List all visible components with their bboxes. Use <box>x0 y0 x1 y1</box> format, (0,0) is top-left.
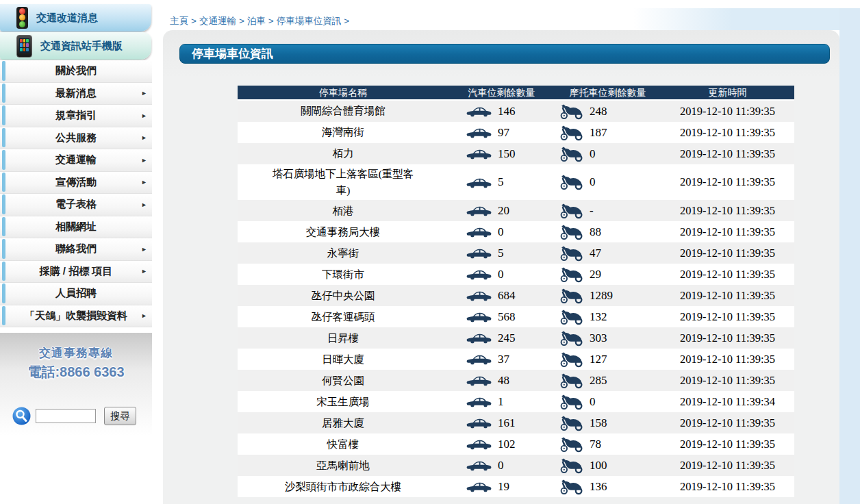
parking-name: 塔石廣場地下上落客區(重型客車) <box>238 164 448 200</box>
search-button[interactable]: 搜尋 <box>104 407 136 425</box>
header-update-time: 更新時間 <box>661 86 794 99</box>
sidebar-menu-item[interactable]: 公共服務 ► <box>0 127 152 150</box>
motorcycle-icon <box>560 457 583 474</box>
update-time: 2019-12-10 11:39:35 <box>661 455 794 476</box>
update-time: 2019-12-10 11:39:35 <box>661 122 794 143</box>
car-spaces-value: 146 <box>498 105 516 118</box>
table-row: 沙梨頭街市市政綜合大樓 19 136 2019-12-10 11:39:3 <box>238 476 794 497</box>
parking-name: 亞馬喇前地 <box>238 455 448 476</box>
moto-spaces-value: 29 <box>590 268 601 281</box>
car-icon <box>466 148 492 160</box>
sidebar-menu-item[interactable]: 「天鴿」吹襲損毀資料 ► <box>0 305 152 328</box>
breadcrumb-separator: > <box>236 16 247 26</box>
car-spaces-value: 1 <box>498 395 504 409</box>
sidebar-menu-item[interactable]: 交通運輸 ► <box>0 149 152 172</box>
table-header-row: 停車場名稱 汽車位剩餘數量 摩托車位剩餘數量 更新時間 <box>238 86 794 101</box>
parking-name: 栢力 <box>238 143 448 164</box>
moto-spaces-value: 1289 <box>590 289 613 303</box>
car-icon <box>466 177 492 188</box>
car-icon <box>466 268 492 280</box>
motorcycle-icon <box>560 436 583 453</box>
table-row: 亞馬喇前地 0 100 2019-12-10 11:39:35 <box>238 455 794 476</box>
update-time: 2019-12-10 11:39:35 <box>661 101 794 122</box>
motorcycle-icon <box>560 146 583 162</box>
motorcycle-icon <box>560 394 583 410</box>
breadcrumb-link[interactable]: 主頁 <box>170 16 188 26</box>
update-time: 2019-12-10 11:39:35 <box>661 370 794 391</box>
table-row: 永寧街 5 47 2019-12-10 11:39:35 <box>238 242 794 264</box>
sidebar-menu-item[interactable]: 規章指引 ► <box>0 105 152 127</box>
update-time: 2019-12-10 11:39:35 <box>661 476 794 497</box>
submenu-arrow-icon: ► <box>141 134 147 141</box>
sidebar-menu-item-label: 交通運輸 <box>55 153 97 166</box>
car-spaces-value: 102 <box>498 438 516 451</box>
motorcycle-icon <box>560 415 583 431</box>
car-icon <box>466 311 492 323</box>
sidebar-menu-item[interactable]: 關於我們 ► <box>0 60 152 83</box>
sidebar-menu-item[interactable]: 聯絡我們 ► <box>0 238 152 261</box>
moto-spaces-value: 187 <box>590 126 607 140</box>
moto-spaces-value: 0 <box>590 175 596 189</box>
parking-name: 栢港 <box>238 200 448 221</box>
submenu-arrow-icon: ► <box>141 90 147 97</box>
moto-spaces-value: 303 <box>590 331 607 345</box>
breadcrumb-link[interactable]: 泊車 <box>247 16 266 26</box>
car-icon <box>466 438 492 450</box>
car-spaces-value: 684 <box>498 289 516 303</box>
breadcrumb-link[interactable]: 停車場車位資訊 <box>277 16 342 26</box>
submenu-arrow-icon: ► <box>141 268 147 275</box>
car-spaces-value: 0 <box>498 225 504 239</box>
car-icon <box>466 481 492 492</box>
hotline-block: 交通事務專線 電話:8866 6363 <box>0 333 152 381</box>
moto-spaces-value: 136 <box>590 480 607 494</box>
search-row: 搜尋 <box>0 407 152 425</box>
sidebar-menu-item[interactable]: 宣傳活動 ► <box>0 172 152 194</box>
car-spaces-value: 20 <box>498 204 509 218</box>
sidebar-menu-item[interactable]: 相關網址 ► <box>0 216 152 239</box>
header-car-spaces: 汽車位剩餘數量 <box>448 86 555 99</box>
sidebar-menu-item-label: 採購 / 招標 項目 <box>40 265 113 278</box>
update-time: 2019-12-10 11:39:35 <box>661 327 794 349</box>
moto-spaces-value: - <box>590 204 594 218</box>
update-time: 2019-12-10 11:39:35 <box>661 221 794 242</box>
sidebar-menu-item[interactable]: 最新消息 ► <box>0 83 152 105</box>
page-title: 停車場車位資訊 <box>179 44 830 64</box>
parking-name: 何賢公園 <box>238 370 448 391</box>
breadcrumb-link[interactable]: 交通運輸 <box>199 16 236 26</box>
breadcrumb: 主頁>交通運輸>泊車>停車場車位資訊> <box>170 15 352 27</box>
car-icon <box>466 205 492 216</box>
submenu-arrow-icon: ► <box>141 201 147 208</box>
sidebar-menu-item[interactable]: 人員招聘 ► <box>0 283 152 305</box>
sidebar-menu-item[interactable]: 電子表格 ► <box>0 194 152 216</box>
table-row: 塔石廣場地下上落客區(重型客車) 5 0 2019-12-10 11:39 <box>238 164 794 200</box>
submenu-arrow-icon: ► <box>141 112 147 119</box>
breadcrumb-separator: > <box>266 16 277 26</box>
sidebar-menu-item-label: 最新消息 <box>55 87 97 100</box>
car-icon <box>466 105 492 117</box>
moto-spaces-value: 132 <box>590 310 607 324</box>
traffic-reroute-news-button[interactable]: 交通改道消息 <box>0 4 151 32</box>
update-time: 2019-12-10 11:39:34 <box>661 391 794 412</box>
sidebar-menu-item-label: 聯絡我們 <box>55 242 97 255</box>
motorcycle-icon <box>560 103 583 120</box>
sidebar-menu-item-label: 「天鴿」吹襲損毀資料 <box>25 310 127 323</box>
search-input[interactable] <box>36 409 96 423</box>
update-time: 2019-12-10 11:39:35 <box>661 143 794 164</box>
motorcycle-icon <box>560 479 583 495</box>
car-icon <box>466 396 492 407</box>
content-panel: 停車場車位資訊 停車場名稱 汽車位剩餘數量 摩托車位剩餘數量 更新時間 關閘綜合… <box>163 30 839 504</box>
sidebar-menu-item-label: 電子表格 <box>55 198 97 211</box>
car-spaces-value: 5 <box>498 247 504 260</box>
parking-name: 下環街市 <box>238 264 448 285</box>
sidebar-lower-panel: 交通事務專線 電話:8866 6363 搜尋 <box>0 333 152 504</box>
update-time: 2019-12-10 11:39:35 <box>661 200 794 221</box>
parking-table: 停車場名稱 汽車位剩餘數量 摩托車位剩餘數量 更新時間 關閘綜合體育場館 146 <box>238 86 794 497</box>
mobile-traffic-info-button[interactable]: 交通資訊站手機版 <box>0 32 151 60</box>
search-icon[interactable] <box>12 407 31 425</box>
breadcrumb-separator: > <box>188 16 199 26</box>
parking-name: 永寧街 <box>238 242 448 264</box>
car-spaces-value: 5 <box>498 175 504 189</box>
moto-spaces-value: 158 <box>590 416 607 430</box>
moto-spaces-value: 88 <box>590 225 601 239</box>
sidebar-menu-item[interactable]: 採購 / 招標 項目 ► <box>0 261 152 284</box>
